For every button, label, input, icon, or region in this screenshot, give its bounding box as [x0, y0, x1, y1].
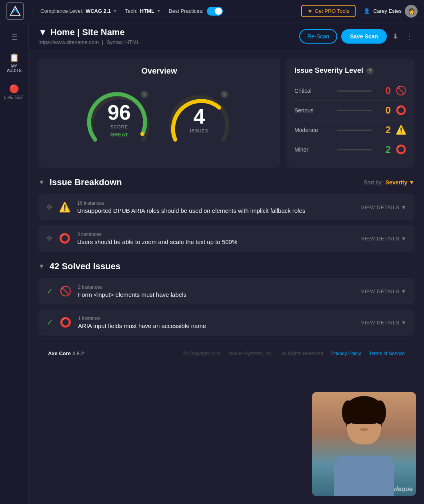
issue-text-0: 16 instances Unsupported DPUB ARIA roles…	[77, 200, 355, 214]
moderate-label: Moderate	[294, 127, 330, 133]
overview-grid: Overview ?	[38, 58, 414, 168]
sidebar: ☰ 📋 MY AUDITS 🔴 LIVE TEST	[0, 22, 29, 504]
issue-breakdown-collapse-icon[interactable]: ▼	[38, 179, 45, 186]
collapse-icon[interactable]: ▼	[38, 27, 47, 38]
sort-value[interactable]: Severity ▼	[386, 179, 414, 186]
live-test-icon: 🔴	[9, 84, 19, 94]
solved-collapse-icon[interactable]: ▼	[38, 263, 45, 270]
audits-icon: 📋	[9, 53, 19, 62]
tech-value: HTML	[140, 8, 154, 14]
issue-severity-icon-0: ⚠️	[59, 202, 71, 213]
view-details-button-1[interactable]: VIEW DETAILS ▼	[361, 236, 406, 242]
compliance-level[interactable]: Compliance Level: WCAG 2.1 ▼	[40, 8, 117, 14]
svg-point-0	[140, 132, 144, 136]
gauges-row: ? 96 SCORE GREAT	[46, 84, 272, 160]
star-icon: ★	[308, 8, 312, 14]
score-gauge: ? 96 SCORE GREAT	[87, 88, 151, 152]
score-sublabel: GREAT	[110, 132, 128, 138]
copyright-text: © Copyright 2024	[183, 351, 221, 356]
drag-handle-icon-1[interactable]: ✤	[46, 234, 52, 243]
issue-item-1: ✤ ⭕ 3 instances Users should be able to …	[38, 225, 414, 252]
solved-view-chevron-icon-1: ▼	[401, 320, 406, 326]
axe-core-info: Axe Core 4.8.2	[48, 350, 84, 356]
user-menu[interactable]: 👤 Carey Estes 👩	[364, 5, 418, 18]
issues-help-icon[interactable]: ?	[221, 91, 228, 98]
score-help-icon[interactable]: ?	[141, 91, 148, 98]
sort-controls: Sort by: Severity ▼	[364, 179, 414, 186]
solved-instances-0: 2 instances	[78, 284, 355, 290]
issue-desc-0: Unsupported DPUB ARIA roles should be us…	[77, 207, 355, 214]
issues-gauge: ? 4 ISSUES	[167, 88, 231, 152]
user-name: Carey Estes	[373, 8, 402, 14]
menu-icon: ☰	[11, 33, 18, 42]
tech-selector[interactable]: Tech: HTML ▼	[125, 8, 161, 14]
sidebar-item-my-audits[interactable]: 📋 MY AUDITS	[2, 49, 26, 77]
page-subtitle: https://www.sitename.com | Syntax: HTML	[38, 39, 293, 45]
best-practices-switch[interactable]	[207, 7, 223, 16]
person-image	[312, 392, 416, 496]
page-title-text: Home | Site Name	[50, 27, 125, 38]
user-icon: 👤	[364, 8, 370, 14]
more-options-button[interactable]: ⋮	[404, 30, 414, 42]
terms-of-service-link[interactable]: Terms of Service	[369, 351, 405, 356]
solved-issues-header: ▼ 42 Solved Issues	[38, 261, 414, 272]
issue-desc-1: Users should be able to zoom and scale t…	[77, 238, 355, 245]
serious-label: Serious	[294, 107, 330, 114]
critical-bar	[337, 90, 372, 92]
solved-view-details-button-0[interactable]: VIEW DETAILS ▼	[361, 288, 406, 294]
footer: Axe Core 4.8.2 © Copyright 2024 Deque Sy…	[38, 344, 414, 363]
severity-row-moderate: Moderate 2 ⚠️	[294, 120, 406, 140]
avatar: 👩	[405, 5, 418, 18]
solved-desc-0: Form <input> elements must have labels	[78, 291, 355, 298]
drag-handle-icon[interactable]: ✤	[46, 203, 52, 212]
rights-text: All Rights Reserved	[281, 351, 323, 356]
critical-count: 0	[379, 85, 391, 96]
sidebar-item-live-label: LIVE TEST	[4, 95, 24, 100]
sidebar-item-menu[interactable]: ☰	[2, 29, 26, 46]
pro-btn-label: Get PRO Tools	[315, 8, 349, 14]
issue-severity-icon-1: ⭕	[59, 233, 71, 244]
page-actions: Re-Scan Save Scan ⬇ ⋮	[299, 29, 414, 44]
solved-instances-1: 1 instance	[78, 316, 355, 321]
tech-label: Tech:	[125, 8, 138, 14]
overview-card: Overview ?	[38, 58, 280, 168]
issue-breakdown-header: ▼ Issue Breakdown Sort by: Severity ▼	[38, 177, 414, 188]
solved-item-0: ✓ 🚫 2 instances Form <input> elements mu…	[38, 278, 414, 304]
video-overlay: deque	[312, 392, 416, 496]
privacy-policy-link[interactable]: Privacy Policy	[331, 351, 361, 356]
solved-view-details-button-1[interactable]: VIEW DETAILS ▼	[361, 320, 406, 326]
view-details-chevron-icon-1: ▼	[401, 236, 406, 242]
solved-item-1: ✓ ⭕ 1 instance ARIA input fields must ha…	[38, 309, 414, 336]
view-details-chevron-icon-0: ▼	[401, 204, 406, 210]
rescan-button[interactable]: Re-Scan	[299, 29, 337, 44]
severity-title: Issue Severity Level ?	[294, 66, 406, 75]
severity-help-icon[interactable]: ?	[366, 67, 374, 74]
logo[interactable]	[6, 2, 24, 20]
save-scan-button[interactable]: Save Scan	[341, 29, 387, 44]
solved-view-chevron-icon-0: ▼	[401, 288, 406, 294]
issue-text-1: 3 instances Users should be able to zoom…	[77, 232, 355, 245]
minor-icon: ⭕	[396, 144, 406, 155]
issues-label: ISSUES	[190, 128, 208, 133]
minor-bar	[337, 149, 372, 150]
serious-bar	[337, 110, 372, 111]
moderate-bar	[337, 130, 372, 131]
get-pro-tools-button[interactable]: ★ Get PRO Tools	[301, 5, 356, 17]
content-area: Overview ?	[29, 50, 424, 371]
severity-row-serious: Serious 0 ⭕	[294, 101, 406, 120]
issues-value: 4	[194, 106, 205, 127]
sort-chevron-icon: ▼	[409, 179, 414, 186]
compliance-label: Compliance Level:	[40, 8, 83, 14]
subtitle-separator: |	[102, 39, 103, 45]
sidebar-item-live-test[interactable]: 🔴 LIVE TEST	[2, 80, 26, 104]
solved-desc-1: ARIA input fields must have an accessibl…	[78, 322, 355, 329]
deque-watermark: deque	[394, 486, 413, 493]
solved-issues-title: 42 Solved Issues	[50, 261, 120, 272]
issue-item-0: ✤ ⚠️ 16 instances Unsupported DPUB ARIA …	[38, 194, 414, 220]
page-title-area: ▼ Home | Site Name https://www.sitename.…	[38, 27, 293, 45]
issue-instances-1: 3 instances	[77, 232, 355, 237]
severity-row-critical: Critical 0 🚫	[294, 81, 406, 101]
download-button[interactable]: ⬇	[391, 30, 400, 42]
issue-breakdown-title: Issue Breakdown	[50, 177, 122, 188]
view-details-button-0[interactable]: VIEW DETAILS ▼	[361, 204, 406, 210]
